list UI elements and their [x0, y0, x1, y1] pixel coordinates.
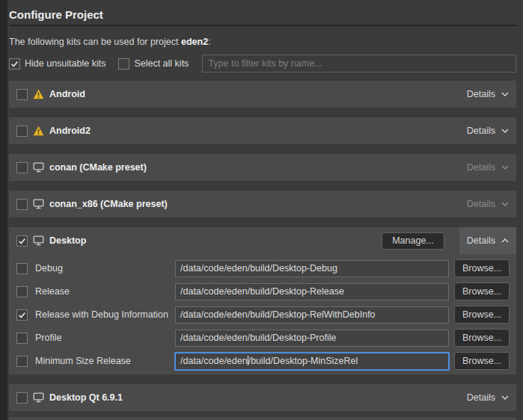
- chevron-down-icon: [501, 92, 509, 96]
- chevron-up-icon: [501, 238, 509, 243]
- build-config-label: Release with Debug Information: [35, 309, 168, 320]
- desktop-icon: [33, 199, 44, 209]
- build-config-row: Release /data/code/eden/build/Desktop-Re…: [16, 282, 510, 300]
- select-all-kits-checkbox[interactable]: Select all kits: [118, 58, 189, 70]
- filter-controls: Hide unsuitable kits Select all kits: [9, 55, 516, 72]
- build-config-label: Profile: [35, 333, 61, 343]
- chevron-down-icon: [501, 165, 509, 170]
- build-config-checkbox[interactable]: [16, 263, 28, 274]
- build-config-checkbox[interactable]: [16, 333, 28, 344]
- desktop-icon: [33, 162, 44, 173]
- kit-row: Android2 Details: [9, 117, 516, 144]
- build-config-row: Minimum Size Release /data/code/eden/bui…: [16, 352, 510, 370]
- kit-name: conan_x86 (CMake preset): [49, 199, 168, 209]
- desktop-icon: [33, 235, 44, 246]
- kit-checkbox[interactable]: [16, 235, 28, 247]
- kit-name: Android2: [49, 126, 91, 136]
- partial-next-row: [9, 417, 516, 420]
- kit-row: Android Details: [9, 81, 516, 108]
- kit-details-button[interactable]: Details: [467, 392, 509, 403]
- kit-details-button[interactable]: Details: [467, 126, 509, 136]
- build-config-list: Debug /data/code/eden/build/Desktop-Debu…: [9, 254, 516, 374]
- kit-section-expanded: Desktop Manage... Details Debug /data/co…: [9, 227, 516, 374]
- browse-button[interactable]: Browse...: [454, 306, 510, 324]
- build-directory-input[interactable]: /data/code/eden/build/Desktop-Profile: [175, 330, 449, 347]
- kit-row: conan_x86 (CMake preset) Details: [9, 191, 516, 217]
- checkmark-icon: [17, 236, 27, 246]
- checkbox[interactable]: [9, 58, 20, 70]
- intro-prefix: The following kits can be used for proje…: [9, 37, 181, 47]
- details-label: Details: [467, 235, 495, 246]
- build-config-checkbox[interactable]: [16, 286, 28, 297]
- build-directory-input[interactable]: /data/code/eden/build/Desktop-RelWithDeb…: [175, 306, 449, 324]
- browse-button[interactable]: Browse...: [454, 282, 510, 300]
- build-config-label: Debug: [35, 263, 63, 274]
- checkbox-label: Hide unsuitable kits: [25, 58, 105, 69]
- kit-row: Desktop Manage... Details: [9, 227, 516, 254]
- build-config-row: Profile /data/code/eden/build/Desktop-Pr…: [16, 329, 510, 347]
- warning-icon: [33, 89, 44, 99]
- kit-list: Android Details Android2 Details conan (…: [9, 81, 516, 411]
- build-config-checkbox[interactable]: [16, 356, 28, 367]
- kit-row: conan (CMake preset) Details: [9, 154, 516, 181]
- kit-details-button[interactable]: Details: [459, 227, 516, 254]
- chevron-down-icon: [501, 202, 509, 206]
- project-name: eden2: [181, 37, 208, 47]
- warning-icon: [33, 126, 44, 136]
- browse-button[interactable]: Browse...: [454, 329, 510, 347]
- kit-name: Desktop Qt 6.9.1: [49, 392, 123, 403]
- kit-details-button[interactable]: Details: [467, 199, 509, 209]
- intro-suffix: :: [208, 37, 210, 47]
- kit-checkbox[interactable]: [16, 89, 28, 100]
- build-config-checkbox[interactable]: [16, 309, 28, 321]
- details-label: Details: [467, 126, 495, 136]
- intro-text: The following kits can be used for proje…: [9, 37, 516, 47]
- browse-button[interactable]: Browse...: [454, 352, 510, 370]
- build-directory-input[interactable]: /data/code/eden/build/Desktop-MinSizeRel: [175, 353, 449, 370]
- build-config-row: Debug /data/code/eden/build/Desktop-Debu…: [16, 259, 510, 277]
- build-directory-input[interactable]: /data/code/eden/build/Desktop-Debug: [175, 260, 449, 277]
- kit-name: Android: [49, 89, 85, 99]
- build-config-label: Minimum Size Release: [35, 356, 131, 366]
- kit-details-button[interactable]: Details: [467, 89, 509, 99]
- page-title: Configure Project: [9, 7, 516, 26]
- chevron-down-icon: [501, 395, 509, 400]
- kit-details-button[interactable]: Details: [467, 162, 509, 173]
- kit-filter-input[interactable]: [202, 55, 516, 72]
- manage-kits-button[interactable]: Manage...: [382, 232, 444, 250]
- details-label: Details: [467, 89, 495, 99]
- checkmark-icon: [10, 59, 19, 69]
- chevron-down-icon: [501, 129, 509, 133]
- details-label: Details: [467, 199, 495, 209]
- details-label: Details: [467, 392, 495, 403]
- kit-checkbox[interactable]: [16, 126, 28, 137]
- kit-checkbox[interactable]: [16, 199, 28, 210]
- checkbox-label: Select all kits: [134, 58, 189, 69]
- configure-project-panel: Configure Project The following kits can…: [7, 0, 523, 411]
- checkmark-icon: [17, 310, 27, 320]
- build-config-row: Release with Debug Information /data/cod…: [16, 306, 510, 324]
- browse-button[interactable]: Browse...: [454, 259, 510, 277]
- build-config-label: Release: [35, 286, 70, 297]
- checkbox[interactable]: [118, 58, 129, 70]
- hide-unsuitable-kits-checkbox[interactable]: Hide unsuitable kits: [9, 58, 105, 70]
- build-directory-input[interactable]: /data/code/eden/build/Desktop-Release: [175, 283, 449, 300]
- kit-checkbox[interactable]: [16, 162, 28, 173]
- desktop-icon: [33, 392, 44, 403]
- kit-checkbox[interactable]: [16, 392, 28, 404]
- kit-row: Desktop Qt 6.9.1 Details: [9, 384, 516, 411]
- kit-name: Desktop: [49, 235, 86, 246]
- left-edge-strip: [0, 0, 7, 420]
- details-label: Details: [467, 162, 495, 173]
- kit-name: conan (CMake preset): [49, 162, 147, 173]
